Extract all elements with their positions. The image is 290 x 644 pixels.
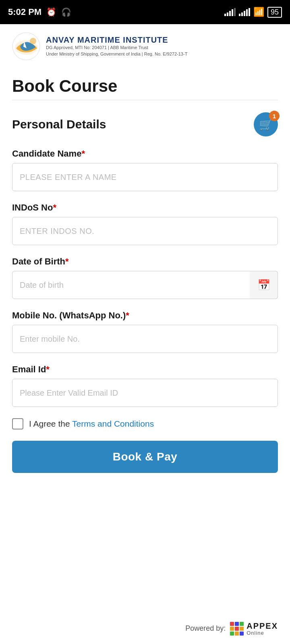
- dob-label: Date of Birth*: [12, 256, 278, 267]
- svg-rect-10: [235, 632, 239, 636]
- required-star-indos: *: [53, 202, 56, 213]
- battery-indicator: 95: [267, 7, 282, 18]
- required-star-dob: *: [65, 256, 69, 266]
- page-title-section: Book Course: [0, 64, 290, 104]
- logo-subtitle1: DG Approved, MTI No: 204071 | ABB Mariti…: [46, 45, 187, 51]
- svg-rect-11: [240, 632, 244, 636]
- terms-row: I Agree the Terms and Conditions: [12, 418, 278, 429]
- calendar-icon: 📅: [257, 279, 270, 291]
- appex-cube-icon: [230, 621, 244, 636]
- svg-rect-4: [235, 622, 239, 626]
- header: ANVAY MARITIME INSTITUTE DG Approved, MT…: [0, 24, 290, 64]
- wifi-icon: 📶: [253, 7, 264, 17]
- terms-text: I Agree the Terms and Conditions: [29, 419, 154, 429]
- svg-rect-5: [240, 622, 244, 626]
- appex-text: APPEX Online: [246, 621, 278, 636]
- alarm-icon: ⏰: [46, 7, 56, 17]
- svg-rect-9: [230, 632, 234, 636]
- book-pay-button[interactable]: Book & Pay: [12, 441, 278, 473]
- powered-by-text: Powered by:: [185, 624, 226, 633]
- candidate-name-group: Candidate Name*: [12, 149, 278, 191]
- svg-point-2: [30, 38, 36, 44]
- required-star-mobile: *: [126, 310, 129, 320]
- mobile-no-group: Mobile No. (WhatsApp No.)*: [12, 310, 278, 353]
- mobile-no-input[interactable]: [12, 325, 278, 353]
- dob-input[interactable]: [12, 271, 278, 299]
- signal-bars-2: [239, 8, 250, 16]
- candidate-name-label: Candidate Name*: [12, 149, 278, 159]
- logo-text: ANVAY MARITIME INSTITUTE DG Approved, MT…: [46, 35, 187, 57]
- appex-name: APPEX: [246, 621, 278, 630]
- mobile-no-label: Mobile No. (WhatsApp No.)*: [12, 310, 278, 321]
- email-id-label: Email Id*: [12, 364, 278, 375]
- svg-rect-7: [235, 627, 239, 631]
- status-bar-right: 📶 95: [224, 7, 282, 18]
- candidate-name-input[interactable]: [12, 163, 278, 191]
- svg-rect-6: [230, 627, 234, 631]
- cart-badge: 1: [269, 111, 280, 121]
- form-container: Personal Details 🛒 1 Candidate Name* IND…: [0, 104, 290, 485]
- dob-group: Date of Birth* 📅: [12, 256, 278, 299]
- footer: Powered by: APPEX Online: [185, 621, 278, 636]
- logo-area: ANVAY MARITIME INSTITUTE DG Approved, MT…: [12, 32, 278, 60]
- terms-checkbox[interactable]: [12, 418, 23, 429]
- dob-input-wrapper: 📅: [12, 271, 278, 299]
- required-star: *: [81, 149, 85, 159]
- logo-icon: [12, 32, 40, 60]
- section-header: Personal Details 🛒 1: [12, 112, 278, 136]
- signal-bars-1: [224, 8, 236, 16]
- headphone-icon: 🎧: [61, 7, 71, 17]
- logo-title: ANVAY MARITIME INSTITUTE: [46, 35, 187, 45]
- indos-no-label: INDoS No*: [12, 202, 278, 213]
- required-star-email: *: [46, 364, 50, 374]
- status-time: 5:02 PM: [8, 7, 41, 17]
- divider: [12, 100, 278, 100]
- svg-rect-8: [240, 627, 244, 631]
- section-title: Personal Details: [12, 118, 106, 131]
- terms-link[interactable]: Terms and Conditions: [72, 419, 154, 428]
- calendar-button[interactable]: 📅: [250, 271, 278, 299]
- svg-rect-3: [230, 622, 234, 626]
- appex-sub: Online: [246, 630, 278, 636]
- email-id-input[interactable]: [12, 379, 278, 407]
- status-bar: 5:02 PM ⏰ 🎧 📶 95: [0, 0, 290, 24]
- page-title: Book Course: [12, 76, 278, 96]
- appex-logo: APPEX Online: [230, 621, 278, 636]
- logo-subtitle2: Under Ministry of Shipping, Government o…: [46, 51, 187, 57]
- email-id-group: Email Id*: [12, 364, 278, 407]
- indos-no-group: INDoS No*: [12, 202, 278, 245]
- cart-container[interactable]: 🛒 1: [254, 112, 278, 136]
- status-bar-left: 5:02 PM ⏰ 🎧: [8, 7, 71, 17]
- indos-no-input[interactable]: [12, 217, 278, 245]
